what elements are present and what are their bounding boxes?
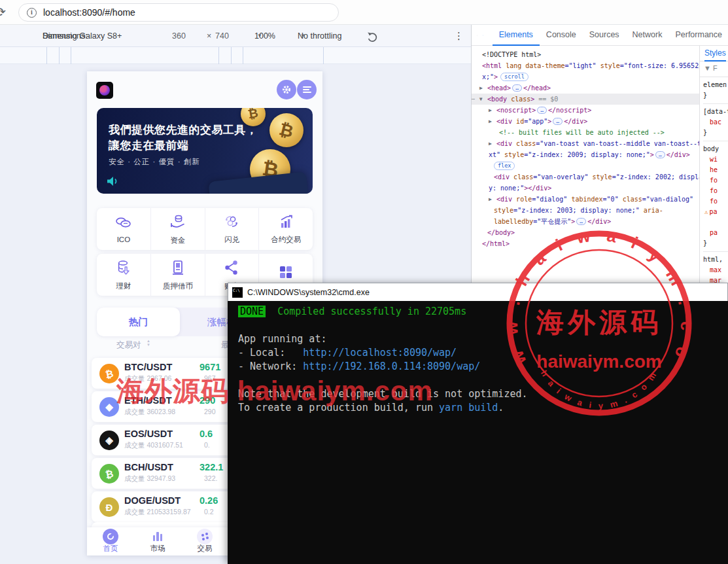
- tab-hot[interactable]: 热门: [97, 308, 180, 336]
- pledge-icon: [169, 259, 186, 279]
- expand-arrow-icon[interactable]: ▶: [479, 82, 483, 94]
- filter-icon: ▼: [704, 64, 711, 72]
- style-rule-line[interactable]: max: [703, 265, 728, 275]
- style-rule-line[interactable]: bac: [703, 117, 728, 128]
- nav-item-交易[interactable]: 交易: [181, 527, 228, 555]
- media-query-marker: [59, 47, 60, 64]
- style-rule-line[interactable]: pa: [703, 228, 728, 238]
- style-rule-line[interactable]: fo: [703, 186, 728, 196]
- tab-network[interactable]: Network: [626, 25, 669, 46]
- expand-ellipsis-button[interactable]: …: [655, 151, 665, 158]
- style-rule-line[interactable]: html,: [703, 255, 728, 265]
- dom-node-line[interactable]: ▶<noscript>…</noscript>: [472, 105, 699, 116]
- media-query-marker: [243, 47, 243, 64]
- expand-ellipsis-button[interactable]: …: [537, 107, 547, 114]
- expand-ellipsis-button[interactable]: …: [553, 118, 563, 125]
- media-query-bar[interactable]: [0, 47, 471, 64]
- sort-icon[interactable]: ▲▼: [147, 339, 150, 347]
- viewport-width-field[interactable]: 360: [172, 25, 186, 47]
- dom-node-line[interactable]: <!DOCTYPE html>: [472, 49, 699, 60]
- trade-icon: [197, 529, 213, 544]
- pair-name: DOGE/USDT: [124, 495, 181, 506]
- styles-pane-tab[interactable]: Styles: [700, 46, 728, 62]
- expand-ellipsis-button[interactable]: …: [512, 84, 522, 92]
- dom-node-line[interactable]: xt" style="z-index: 2009; display: none;…: [472, 149, 699, 160]
- style-rule-line[interactable]: [703, 217, 728, 228]
- pair-column-header[interactable]: 交易对: [116, 340, 141, 351]
- app-logo[interactable]: [96, 82, 113, 99]
- style-rule-line[interactable]: }: [703, 238, 728, 249]
- dom-node-line[interactable]: ▶<head>…</head>: [472, 82, 699, 94]
- dom-node-line[interactable]: ▶<div role="dialog" tabindex="0" class="…: [472, 194, 699, 205]
- network-url-link[interactable]: http://192.168.0.114:8090/wap/: [303, 361, 480, 372]
- nav-label: 交易: [181, 544, 228, 553]
- dom-node-line[interactable]: style="z-index: 2003; display: none;" ar…: [472, 205, 699, 216]
- expand-arrow-icon[interactable]: ▶: [489, 116, 493, 127]
- promo-banner[interactable]: ₿ ₿ ₿ 我們提供您先進的交易工具， 讓您走在最前端 安全 · 公正 · 優質…: [97, 108, 313, 194]
- style-rule-line[interactable]: fo: [703, 175, 728, 186]
- price-sub-value: 0.: [204, 441, 210, 449]
- svg-text:海外源码: 海外源码: [536, 307, 662, 338]
- dom-node-line[interactable]: <!-- built files will be auto injected -…: [472, 127, 699, 138]
- dom-node-line[interactable]: y: none;"></div>: [472, 183, 699, 194]
- feature-闪兑[interactable]: 闪兑: [205, 208, 260, 250]
- site-info-icon[interactable]: i: [27, 8, 37, 18]
- dom-node-line[interactable]: ▶<div id="app">…</div>: [472, 116, 699, 127]
- style-rule-line[interactable]: ⚠pa: [703, 207, 728, 217]
- style-rule-line[interactable]: he: [703, 165, 728, 175]
- scroll-badge[interactable]: scroll: [500, 73, 529, 81]
- tab-sources[interactable]: Sources: [583, 25, 626, 46]
- inspect-element-icon[interactable]: [477, 29, 477, 41]
- style-rule-line[interactable]: wi: [703, 154, 728, 165]
- url-text[interactable]: localhost:8090/#/home: [43, 7, 135, 18]
- cmd-icon: C:\: [232, 287, 243, 298]
- dom-node-line[interactable]: flex: [472, 160, 699, 171]
- tab-elements[interactable]: Elements: [493, 25, 540, 46]
- feature-合约交易[interactable]: 合约交易: [259, 208, 313, 250]
- dom-node-line[interactable]: <div class="van-overlay" style="z-index:…: [472, 171, 699, 183]
- style-rule-line[interactable]: [data-t: [703, 107, 728, 117]
- style-rule-line[interactable]: }: [703, 90, 728, 101]
- expand-arrow-icon[interactable]: ▶: [489, 194, 493, 205]
- feature-理财[interactable]: 理财: [97, 254, 151, 296]
- local-label: - Local:: [238, 347, 303, 359]
- banner-title-line2: 讓您走在最前端: [109, 138, 189, 153]
- expand-arrow-icon[interactable]: ▶: [489, 138, 493, 149]
- nav-item-市场[interactable]: 市场: [134, 527, 181, 555]
- flex-badge[interactable]: flex: [494, 162, 515, 170]
- address-bar[interactable]: i localhost:8090/#/home: [18, 3, 339, 22]
- expand-arrow-icon[interactable]: ▶: [489, 105, 493, 116]
- styles-separator: [703, 103, 728, 104]
- expand-ellipsis-button[interactable]: …: [576, 218, 586, 225]
- style-rule-line[interactable]: elemen: [703, 80, 728, 90]
- nav-item-首页[interactable]: 首页: [87, 527, 134, 555]
- viewport-height-field[interactable]: 740: [215, 25, 229, 47]
- expand-arrow-icon[interactable]: ⋯ ▼: [472, 94, 483, 105]
- rotate-viewport-icon[interactable]: [366, 30, 379, 42]
- dom-node-line[interactable]: <html lang data-theme="light" style="fon…: [472, 60, 699, 71]
- style-rule-line[interactable]: fo: [703, 196, 728, 207]
- app-running-text: App running at:: [238, 333, 326, 345]
- feature-资金[interactable]: 资金: [151, 208, 205, 250]
- cmd-title-text: C:\WINDOWS\system32\cmd.exe: [247, 288, 370, 297]
- feature-质押借币[interactable]: 质押借币: [151, 254, 205, 296]
- feature-label: 闪兑: [224, 235, 239, 245]
- contract-icon: [277, 214, 294, 232]
- dom-node-line[interactable]: x;">scroll: [472, 71, 699, 82]
- feature-label: 质押借币: [163, 281, 193, 291]
- styles-filter[interactable]: ▼ F: [700, 62, 728, 77]
- toolbar-more-menu-icon[interactable]: ⋮: [454, 25, 464, 47]
- feature-ICO[interactable]: ICO: [97, 208, 151, 250]
- style-rule-line[interactable]: }: [703, 128, 728, 138]
- dom-node-line[interactable]: ⋯ ▼<body class> == $0: [472, 94, 699, 105]
- device-toolbar-icon[interactable]: [483, 29, 483, 41]
- settings-button[interactable]: [277, 80, 296, 99]
- menu-button[interactable]: [297, 80, 317, 99]
- dom-node-line[interactable]: ▶<div class="van-toast van-toast--middle…: [472, 138, 699, 149]
- grid-icon: [278, 264, 294, 283]
- style-rule-line[interactable]: body: [703, 144, 728, 154]
- local-url-link[interactable]: http://localhost:8090/wap/: [303, 347, 457, 359]
- tab-console[interactable]: Console: [540, 25, 583, 46]
- reload-icon[interactable]: ⟳: [0, 5, 6, 20]
- tab-performance[interactable]: Performance: [668, 25, 728, 46]
